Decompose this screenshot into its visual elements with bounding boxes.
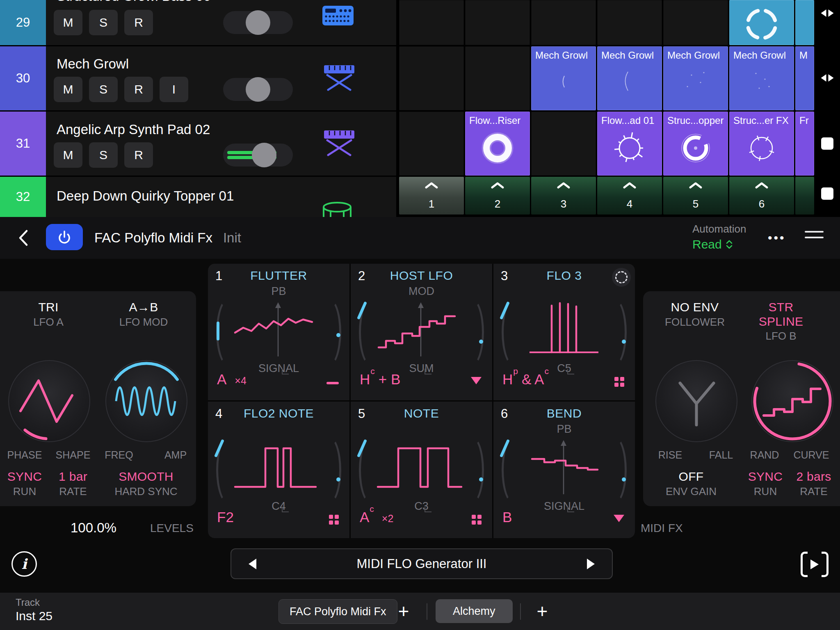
lfo-b-shape-param[interactable]: STR SPLINELFO B xyxy=(746,300,816,342)
mute-button[interactable]: M xyxy=(54,77,82,102)
scene-trigger-3[interactable]: 3 xyxy=(531,177,596,215)
module-title[interactable]: FLUTTER xyxy=(208,269,349,283)
more-menu-button[interactable]: ••• xyxy=(768,217,786,259)
track-name[interactable]: Inst 25 xyxy=(16,609,52,623)
levels-value[interactable]: 100.0% xyxy=(71,520,116,536)
module-title[interactable]: FLO2 NOTE xyxy=(208,406,349,420)
plugin-chip-alchemy[interactable]: Alchemy xyxy=(436,599,513,623)
preset-name[interactable]: Init xyxy=(223,230,241,246)
module-source-button[interactable]: F2 xyxy=(217,509,242,525)
lfo-a-shape-param[interactable]: TRILFO A xyxy=(14,300,83,328)
module-title[interactable]: BEND xyxy=(493,406,635,420)
direction-down-button[interactable] xyxy=(471,377,482,384)
scene-trigger-2[interactable]: 2 xyxy=(465,177,530,215)
back-button[interactable] xyxy=(18,229,29,248)
track-number-strip[interactable]: 29 xyxy=(0,0,46,45)
module-title[interactable]: HOST LFO xyxy=(351,269,492,283)
pattern-grid-button[interactable] xyxy=(329,515,339,525)
module-source-button[interactable]: Hc+ B xyxy=(360,371,404,388)
fader-knob[interactable] xyxy=(246,77,270,102)
solo-button[interactable]: S xyxy=(89,142,118,168)
clip-nav-arrows[interactable] xyxy=(821,74,833,82)
add-plugin-button[interactable]: + xyxy=(392,599,415,623)
module-source-button[interactable]: B xyxy=(502,509,520,525)
track-number-strip[interactable]: 32 xyxy=(0,177,46,217)
solo-button[interactable]: S xyxy=(89,10,118,35)
mute-button[interactable]: M xyxy=(54,142,82,168)
clip-slot[interactable] xyxy=(399,112,464,176)
clip-slot[interactable] xyxy=(399,0,464,45)
module-title[interactable]: NOTE xyxy=(351,406,492,420)
record-button[interactable]: R xyxy=(124,77,153,102)
current-preset-name[interactable]: MIDI FLO Generator III xyxy=(231,549,612,578)
clip-slot[interactable] xyxy=(399,46,464,110)
fader-knob[interactable] xyxy=(246,10,270,35)
next-preset-button[interactable] xyxy=(587,559,595,569)
plugin-chip-fac-polyflo[interactable]: FAC Polyflo Midi Fx xyxy=(278,599,397,624)
pattern-grid-button[interactable] xyxy=(472,515,482,525)
direction-down-button[interactable] xyxy=(614,515,624,522)
module-source-button[interactable]: Ac×2 xyxy=(360,509,393,525)
track-number-strip[interactable]: 30 xyxy=(0,46,46,110)
rate-param[interactable]: 2 barsRATE xyxy=(779,470,840,498)
clip-cell[interactable]: Mech Growl xyxy=(663,46,728,110)
clip-cell[interactable]: Flow...ad 01 xyxy=(597,112,662,176)
track-row-30[interactable]: 30 Mech Growl M S R I xyxy=(0,46,396,110)
preview-play-button[interactable] xyxy=(801,552,829,577)
track-number-strip[interactable]: 31 xyxy=(0,112,46,176)
scene-trigger-1[interactable]: 1 xyxy=(399,177,464,215)
track-row-32[interactable]: 32 Deep Down Quirky Topper 01 xyxy=(0,177,396,217)
clip-cell[interactable]: Mech Growl xyxy=(597,46,662,110)
freq-amp-knob[interactable] xyxy=(105,360,187,442)
menu-bars-button[interactable] xyxy=(805,231,824,242)
track-row-31[interactable]: 31 Angelic Arp Synth Pad 02 M S R xyxy=(0,112,396,176)
scene-trigger-6[interactable]: 6 xyxy=(729,177,794,215)
track-fader[interactable] xyxy=(223,78,293,101)
input-monitor-button[interactable]: I xyxy=(160,77,188,102)
clip-slot[interactable] xyxy=(597,0,662,45)
automation-control[interactable]: Automation Read xyxy=(692,223,746,252)
lfo-mod-param[interactable]: A→BLFO MOD xyxy=(109,300,178,328)
mode-dash-button[interactable] xyxy=(326,382,339,384)
add-plugin-button[interactable]: + xyxy=(531,599,554,623)
track-row-29[interactable]: 29 Structured Growl Bass 00 M S R xyxy=(0,0,396,45)
plugin-power-button[interactable] xyxy=(46,224,83,250)
phase-shape-knob[interactable] xyxy=(8,360,90,442)
clip-cell-partial[interactable]: Fr xyxy=(795,112,814,176)
clip-cell-partial[interactable]: M xyxy=(795,46,814,110)
rand-curve-knob[interactable] xyxy=(751,360,833,442)
clip-slot[interactable] xyxy=(531,0,596,45)
clip-cell[interactable]: Struc...opper xyxy=(663,112,728,176)
record-button[interactable]: R xyxy=(124,142,153,168)
module-source-button[interactable]: A×4 xyxy=(217,371,247,388)
fader-knob[interactable] xyxy=(252,143,276,167)
mute-button[interactable]: M xyxy=(54,10,82,35)
info-button[interactable]: i xyxy=(11,551,37,577)
midi-target-button[interactable] xyxy=(612,268,631,287)
scene-trigger-5[interactable]: 5 xyxy=(663,177,728,215)
pattern-grid-button[interactable] xyxy=(614,377,624,387)
scene-trigger-partial[interactable] xyxy=(795,177,814,215)
clip-slot[interactable] xyxy=(663,0,728,45)
clip-slot[interactable] xyxy=(465,0,530,45)
env-gain-param[interactable]: OFFENV GAIN xyxy=(656,470,726,498)
record-button[interactable]: R xyxy=(124,10,153,35)
solo-button[interactable]: S xyxy=(89,77,118,102)
clip-slot[interactable] xyxy=(465,46,530,110)
clip-slot[interactable] xyxy=(531,112,596,176)
rise-fall-knob[interactable] xyxy=(655,360,737,442)
env-follower-param[interactable]: NO ENVFOLLOWER xyxy=(660,300,730,328)
clip-cell[interactable] xyxy=(729,0,794,45)
rate-param[interactable]: 1 barRATE xyxy=(38,470,108,498)
scene-trigger-4[interactable]: 4 xyxy=(597,177,662,215)
preset-navigator[interactable]: MIDI FLO Generator III xyxy=(231,548,613,579)
clip-cell[interactable]: Struc...er FX xyxy=(729,112,794,176)
clip-cell[interactable]: Flow...Riser xyxy=(465,112,530,176)
track-fader[interactable] xyxy=(223,11,293,34)
module-source-button[interactable]: Hp& Ac xyxy=(502,371,552,388)
clip-cell[interactable]: Mech Growl xyxy=(531,46,596,110)
clip-cell[interactable]: Mech Growl xyxy=(729,46,794,110)
stop-button[interactable] xyxy=(821,137,833,150)
clip-nav-arrows[interactable] xyxy=(821,9,833,17)
smooth-param[interactable]: SMOOTHHARD SYNC xyxy=(111,470,181,498)
